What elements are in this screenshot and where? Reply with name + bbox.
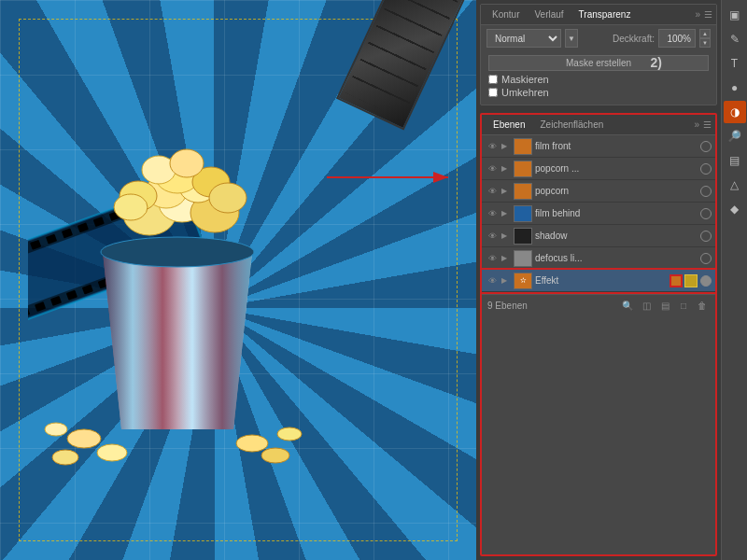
layer-expand[interactable]: ▶	[501, 254, 511, 262]
tool-type[interactable]: T	[724, 52, 746, 75]
tool-gradient[interactable]: ▤	[724, 149, 746, 172]
maskieren-row: Maskieren	[488, 73, 709, 86]
layer-thumb	[514, 228, 532, 245]
layer-target[interactable]	[700, 186, 712, 197]
tool-shape[interactable]: ●	[724, 77, 746, 99]
right-column: Kontur Verlauf Transparenz » ☰ Normal ▼ …	[476, 0, 747, 560]
tab-verlauf[interactable]: Verlauf	[527, 7, 571, 21]
layer-row-effekt[interactable]: 👁 ▶ ✫ Effekt	[482, 270, 715, 292]
tool-opacity[interactable]: ◑	[724, 101, 746, 123]
tool-symbol[interactable]: ◆	[724, 198, 746, 220]
delete-layer-icon[interactable]: □	[676, 299, 691, 314]
blend-mode-arrow[interactable]: ▼	[565, 29, 578, 48]
maskieren-checkbox[interactable]	[488, 75, 498, 84]
svg-point-35	[170, 149, 204, 177]
svg-point-39	[97, 444, 127, 461]
opacity-down[interactable]: ▼	[699, 38, 711, 48]
layers-menu-icon[interactable]: ☰	[703, 119, 712, 130]
umkehren-label: Umkehren	[501, 87, 549, 98]
svg-point-41	[236, 435, 268, 452]
layer-expand[interactable]: ▶	[501, 276, 511, 285]
eye-icon[interactable]: 👁	[486, 162, 499, 175]
svg-marker-24	[103, 252, 252, 429]
layers-list: 👁 ▶ film front 👁 ▶ popcorn ...	[482, 135, 715, 294]
svg-point-40	[52, 450, 78, 465]
mask-create-button[interactable]: Maske erstellen	[488, 55, 709, 71]
umkehren-checkbox[interactable]	[488, 88, 498, 97]
layer-name: shadow	[535, 231, 698, 241]
layer-target[interactable]	[700, 253, 712, 264]
opacity-label: Deckkraft:	[613, 34, 655, 44]
eye-icon[interactable]: 👁	[486, 252, 499, 265]
layer-target[interactable]	[700, 275, 712, 287]
app-container: Kontur Verlauf Transparenz » ☰ Normal ▼ …	[0, 0, 747, 560]
new-layer-icon[interactable]: ◫	[639, 299, 654, 314]
layer-name: defocus li...	[535, 253, 698, 263]
layer-row[interactable]: 👁 ▶ film behind	[482, 203, 715, 225]
tab-kontur[interactable]: Kontur	[485, 7, 527, 21]
layers-panel: Ebenen Zeichenflächen » ☰ 👁 ▶ film front	[480, 113, 717, 556]
tab-zeichenflaechen[interactable]: Zeichenflächen	[532, 118, 611, 132]
layer-row[interactable]: 👁 ▶ popcorn	[482, 180, 715, 203]
eye-icon[interactable]: 👁	[486, 207, 499, 220]
layer-expand[interactable]: ▶	[501, 164, 511, 173]
layers-panel-tabs: Ebenen Zeichenflächen » ☰	[482, 115, 715, 135]
maskieren-label: Maskieren	[501, 74, 549, 85]
svg-point-36	[114, 194, 148, 220]
layer-expand[interactable]: ▶	[501, 209, 511, 217]
side-toolbar: ▣ ✎ T ● ◑ 🔎 ▤ △ ◆	[721, 0, 747, 560]
layer-row[interactable]: 👁 ▶ film front	[482, 135, 715, 158]
opacity-input[interactable]	[658, 29, 696, 48]
panels-column: Kontur Verlauf Transparenz » ☰ Normal ▼ …	[476, 0, 721, 560]
eye-icon[interactable]: 👁	[486, 230, 499, 243]
popcorn-image	[28, 37, 327, 476]
opacity-up[interactable]: ▲	[699, 29, 711, 38]
tool-blend[interactable]: △	[724, 174, 746, 196]
layer-expand[interactable]: ▶	[501, 187, 511, 195]
layer-thumb: ✫	[514, 273, 532, 289]
panel-tabs: Kontur Verlauf Transparenz » ☰	[481, 5, 716, 25]
search-layers-icon[interactable]: 🔍	[620, 299, 635, 314]
layer-expand[interactable]: ▶	[501, 142, 511, 150]
panel-tab-icons: » ☰	[695, 9, 712, 20]
layer-name: film front	[535, 141, 698, 151]
layer-thumb	[514, 183, 532, 200]
tab-transparenz[interactable]: Transparenz	[571, 7, 639, 21]
layer-name: film behind	[535, 208, 698, 218]
layer-name: popcorn	[535, 186, 698, 196]
tool-eyedropper[interactable]: 🔎	[724, 125, 746, 147]
eye-icon[interactable]: 👁	[486, 140, 499, 153]
layer-thumb	[514, 161, 532, 177]
layer-row[interactable]: 👁 ▶ defocus li...	[482, 247, 715, 270]
svg-point-43	[45, 423, 67, 436]
panel-expand-icon[interactable]: »	[695, 9, 700, 20]
layer-name: Effekt	[535, 275, 667, 286]
layers-status: 9 Ebenen 🔍 ◫ ▤ □ 🗑	[482, 294, 715, 316]
svg-point-25	[101, 237, 254, 267]
layer-target[interactable]	[700, 163, 712, 175]
tab-ebenen[interactable]: Ebenen	[486, 118, 532, 132]
layer-thumb	[514, 205, 532, 222]
blend-mode-select[interactable]: Normal	[486, 29, 561, 48]
layer-target[interactable]	[700, 141, 712, 152]
layer-expand[interactable]: ▶	[501, 231, 511, 240]
tool-arrange[interactable]: ▣	[724, 4, 746, 26]
layer-end-icons	[669, 274, 698, 287]
opacity-stepper: ▲ ▼	[699, 29, 711, 48]
layers-expand-icon[interactable]: »	[694, 119, 699, 130]
canvas-area	[0, 0, 476, 560]
layer-target[interactable]	[700, 208, 712, 219]
layer-row[interactable]: 👁 ▶ popcorn ...	[482, 158, 715, 180]
panel-menu-icon[interactable]: ☰	[704, 9, 712, 20]
svg-point-42	[261, 448, 289, 463]
layer-effect-box[interactable]	[684, 274, 698, 287]
trash-icon[interactable]: 🗑	[695, 299, 710, 314]
tool-pen[interactable]: ✎	[724, 28, 746, 50]
layer-mask-box[interactable]	[669, 274, 683, 287]
layer-target[interactable]	[700, 231, 712, 242]
svg-point-38	[67, 429, 101, 448]
eye-icon[interactable]: 👁	[486, 274, 499, 287]
eye-icon[interactable]: 👁	[486, 185, 499, 198]
layer-row[interactable]: 👁 ▶ shadow	[482, 225, 715, 247]
layer-options-icon[interactable]: ▤	[657, 299, 672, 314]
